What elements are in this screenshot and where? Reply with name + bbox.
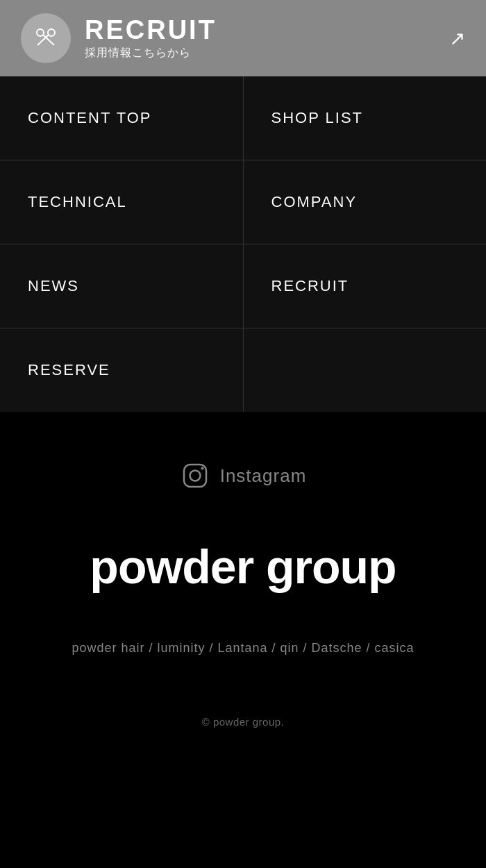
bottom-fill [0,756,486,811]
svg-point-6 [201,467,203,470]
nav-item-technical[interactable]: TECHNICAL [0,160,244,244]
nav-label-news: NEWS [28,277,79,295]
nav-label-shop-list: SHOP LIST [271,109,364,127]
brand-section: powder group [0,526,486,615]
brand-name: powder group [0,540,486,594]
recruit-text-block: RECRUIT 採用情報こちらから [85,17,217,60]
recruit-arrow-icon: ↗ [449,27,465,50]
copyright-text: © powder group. [0,716,486,728]
scissors-icon [33,26,58,51]
nav-label-technical: TECHNICAL [28,193,127,211]
nav-label-content-top: CONTENT TOP [28,109,151,127]
instagram-icon [180,460,210,491]
instagram-label: Instagram [220,465,307,487]
nav-row-2: TECHNICAL COMPANY [0,160,486,244]
nav-label-reserve: RESERVE [28,361,110,379]
nav-item-reserve[interactable]: RESERVE [0,328,244,412]
nav-item-company[interactable]: COMPANY [244,160,487,244]
recruit-title: RECRUIT [85,17,217,43]
nav-row-4: RESERVE [0,328,486,412]
nav-item-recruit[interactable]: RECRUIT [244,244,487,328]
nav-label-company: COMPANY [271,193,358,211]
instagram-link[interactable]: Instagram [180,460,307,491]
svg-point-1 [48,29,55,36]
recruit-subtitle: 採用情報こちらから [85,46,217,60]
nav-row-3: NEWS RECRUIT [0,244,486,328]
instagram-section: Instagram [0,412,486,526]
nav-row-1: CONTENT TOP SHOP LIST [0,76,486,160]
nav-item-content-top[interactable]: CONTENT TOP [0,76,244,160]
nav-item-shop-list[interactable]: SHOP LIST [244,76,487,160]
recruit-banner[interactable]: RECRUIT 採用情報こちらから ↗ [0,0,486,76]
nav-empty-cell [244,328,487,412]
nav-item-news[interactable]: NEWS [0,244,244,328]
recruit-icon-circle [21,13,71,63]
svg-point-5 [190,471,200,481]
sub-brands-text: powder hair / luminity / Lantana / qin /… [14,635,472,660]
nav-label-recruit: RECRUIT [271,277,349,295]
copyright-section: © powder group. [0,674,486,756]
sub-brands-section: powder hair / luminity / Lantana / qin /… [0,615,486,674]
nav-grid: CONTENT TOP SHOP LIST TECHNICAL COMPANY … [0,76,486,412]
svg-point-0 [37,29,44,36]
